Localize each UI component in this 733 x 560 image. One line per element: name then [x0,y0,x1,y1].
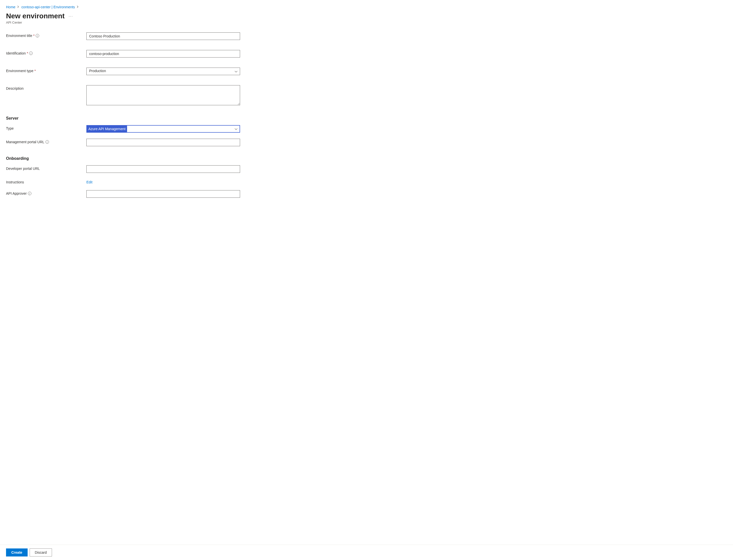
info-icon[interactable]: i [28,192,31,195]
required-marker: * [33,34,34,38]
info-icon[interactable]: i [45,140,49,144]
dev-url-input[interactable] [86,165,240,173]
page-title: New environment [6,12,65,20]
chevron-right-icon [77,5,79,9]
mgmt-url-label: Management portal URL [6,140,44,144]
info-icon[interactable]: i [36,34,39,37]
env-title-input[interactable] [86,32,240,40]
more-icon[interactable]: ··· [69,14,73,18]
server-heading: Server [6,116,247,121]
mgmt-url-input[interactable] [86,139,240,146]
approver-label: API Approver [6,191,27,195]
identification-label: Identification [6,51,26,55]
instructions-label: Instructions [6,180,24,184]
dev-url-label: Developer portal URL [6,167,40,171]
breadcrumb: Home contoso-api-center | Environments [6,5,727,9]
identification-input[interactable] [86,50,240,58]
env-type-label: Environment type [6,69,33,73]
chevron-right-icon [17,5,19,9]
info-icon[interactable]: i [29,52,33,55]
env-title-label: Environment title [6,34,32,38]
server-type-select[interactable] [86,125,240,133]
description-textarea[interactable] [86,85,240,105]
page-subtitle: API Center [6,21,727,24]
approver-input[interactable] [86,190,240,198]
server-type-label: Type [6,126,14,130]
required-marker: * [34,69,36,73]
env-type-select[interactable]: Production [86,68,240,75]
description-label: Description [6,86,24,90]
required-marker: * [27,51,28,55]
breadcrumb-home[interactable]: Home [6,5,15,9]
instructions-edit-link[interactable]: Edit [86,180,92,184]
onboarding-heading: Onboarding [6,156,247,161]
breadcrumb-environments[interactable]: contoso-api-center | Environments [21,5,75,9]
